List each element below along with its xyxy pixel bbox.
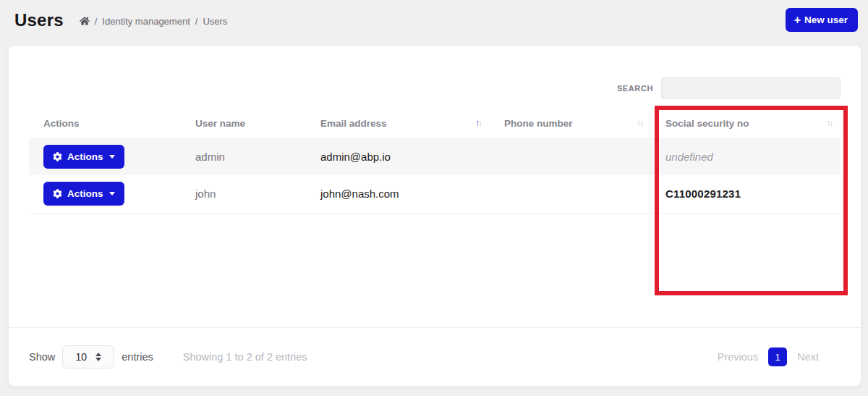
- show-label: Show: [29, 351, 55, 363]
- column-header-actions: Actions: [29, 109, 181, 138]
- column-header-email-address[interactable]: Email address ↑↓: [306, 109, 490, 138]
- column-header-user-name: User name: [181, 109, 306, 138]
- actions-dropdown-button[interactable]: Actions: [43, 182, 124, 206]
- caret-down-icon: [109, 192, 115, 195]
- table-row-john: Actions john john@nash.com C11000291231: [29, 175, 841, 213]
- cell-phone: [490, 175, 651, 213]
- new-user-button[interactable]: + New user: [786, 8, 858, 32]
- pagination-next[interactable]: Next: [797, 351, 819, 363]
- sort-icon-phone[interactable]: ↑↓: [637, 118, 642, 128]
- plus-icon: +: [794, 16, 801, 25]
- table-row-admin: Actions admin admin@abp.io undefined: [29, 138, 841, 175]
- breadcrumb-separator: /: [195, 16, 198, 27]
- gear-icon: [53, 189, 62, 198]
- entries-summary: Showing 1 to 2 of 2 entries: [183, 351, 307, 363]
- table-empty-space: [29, 214, 841, 327]
- search-row: SEARCH: [29, 77, 841, 99]
- cell-social-security-no: undefined: [651, 138, 841, 175]
- page-title: Users: [14, 10, 64, 30]
- table-header-row: Actions User name Email address ↑↓ Phone: [29, 109, 841, 138]
- breadcrumb-item-users: Users: [203, 16, 227, 27]
- users-table: Actions User name Email address ↑↓ Phone: [29, 109, 841, 214]
- caret-down-icon: [109, 155, 115, 159]
- sort-icon-ssn[interactable]: ↑↓: [826, 118, 832, 128]
- page-size-select[interactable]: 10: [62, 345, 114, 368]
- search-input[interactable]: [661, 77, 841, 99]
- home-icon[interactable]: [80, 16, 90, 26]
- pagination: Previous 1 Next: [718, 347, 819, 366]
- actions-dropdown-button[interactable]: Actions: [43, 145, 124, 169]
- breadcrumb-item-identity-management[interactable]: Identity management: [102, 16, 190, 27]
- sort-icon-email[interactable]: ↑↓: [475, 118, 481, 128]
- pagination-current-page[interactable]: 1: [768, 347, 787, 366]
- new-user-button-label: New user: [804, 14, 848, 25]
- page-size-value: 10: [75, 351, 87, 363]
- table-footer: Show 10 entries Showing 1 to 2 of 2 entr…: [9, 327, 861, 386]
- search-label: SEARCH: [617, 84, 653, 93]
- cell-actions: Actions: [29, 175, 181, 213]
- cell-user-name: john: [181, 175, 306, 213]
- breadcrumb-separator: /: [95, 16, 98, 27]
- pagination-previous[interactable]: Previous: [718, 351, 758, 363]
- column-header-social-security-no[interactable]: Social security no ↑↓: [651, 109, 841, 138]
- cell-actions: Actions: [29, 138, 181, 175]
- actions-button-label: Actions: [67, 188, 103, 199]
- entries-label: entries: [122, 351, 153, 363]
- select-updown-icon: [95, 353, 101, 361]
- column-header-phone-number[interactable]: Phone number ↑↓: [490, 109, 651, 138]
- actions-button-label: Actions: [67, 151, 103, 162]
- topbar: Users / Identity management / Users + Ne…: [0, 0, 868, 46]
- cell-user-name: admin: [181, 138, 306, 175]
- cell-email: admin@abp.io: [306, 138, 490, 175]
- cell-phone: [490, 138, 651, 175]
- cell-social-security-no: C11000291231: [651, 175, 841, 213]
- users-card: SEARCH Actions User name Email a: [9, 46, 861, 386]
- cell-email: john@nash.com: [306, 175, 490, 213]
- gear-icon: [53, 152, 62, 161]
- breadcrumb: / Identity management / Users: [80, 16, 228, 27]
